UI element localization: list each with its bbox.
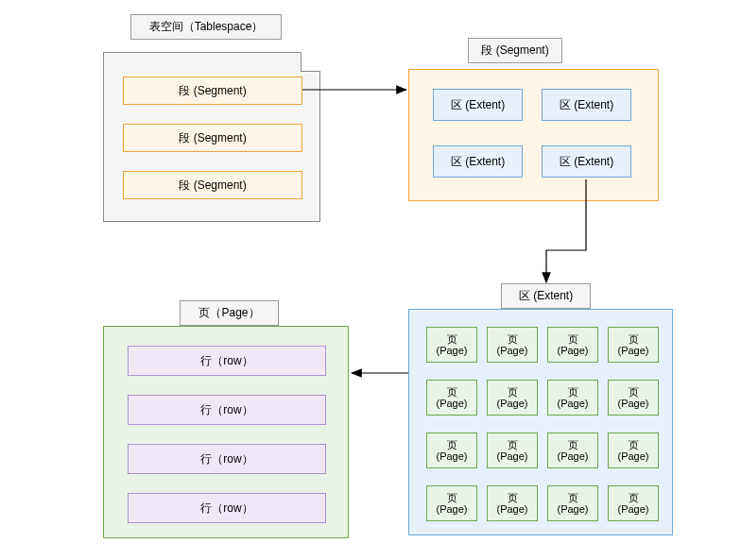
page-container: 行（row） 行（row） 行（row） 行（row） xyxy=(103,326,349,538)
page-item: 页(Page) xyxy=(426,485,477,521)
tablespace-title: 表空间（Tablespace） xyxy=(130,14,282,40)
page-label-top: 页 xyxy=(508,439,518,450)
extent-title: 区 (Extent) xyxy=(501,283,591,309)
page-label-bottom: (Page) xyxy=(496,398,527,409)
page-item: 页(Page) xyxy=(487,327,538,363)
page-label-bottom: (Page) xyxy=(617,450,648,462)
page-item: 页(Page) xyxy=(608,327,659,363)
page-label-bottom: (Page) xyxy=(557,398,588,409)
page-item: 页(Page) xyxy=(608,380,659,416)
extent-item: 区 (Extent) xyxy=(542,145,631,178)
page-label-bottom: (Page) xyxy=(436,345,467,356)
page-label-bottom: (Page) xyxy=(436,398,467,409)
segment-title: 段 (Segment) xyxy=(468,38,562,63)
page-label-top: 页 xyxy=(447,333,457,345)
page-label-bottom: (Page) xyxy=(557,503,588,515)
row-item: 行（row） xyxy=(128,395,326,425)
page-label-top: 页 xyxy=(447,492,457,503)
segment-container: 区 (Extent) 区 (Extent) 区 (Extent) 区 (Exte… xyxy=(408,69,659,201)
page-label-top: 页 xyxy=(629,386,639,398)
page-label-top: 页 xyxy=(568,386,578,398)
page-label-bottom: (Page) xyxy=(557,345,588,356)
row-item: 行（row） xyxy=(128,346,326,376)
page-item: 页(Page) xyxy=(487,433,538,468)
page-label-top: 页 xyxy=(568,492,578,503)
page-label-bottom: (Page) xyxy=(617,398,648,409)
page-label-bottom: (Page) xyxy=(557,450,588,462)
page-label-bottom: (Page) xyxy=(617,345,648,356)
segment-item: 段 (Segment) xyxy=(123,76,302,105)
page-label-top: 页 xyxy=(568,333,578,345)
extent-item: 区 (Extent) xyxy=(542,89,631,121)
page-label-top: 页 xyxy=(629,492,639,503)
row-item: 行（row） xyxy=(128,493,326,523)
page-item: 页(Page) xyxy=(487,380,538,416)
page-label-top: 页 xyxy=(508,333,518,345)
extent-item: 区 (Extent) xyxy=(433,145,523,178)
page-label-top: 页 xyxy=(629,439,639,450)
page-label-bottom: (Page) xyxy=(496,450,527,462)
page-item: 页(Page) xyxy=(426,327,477,363)
page-item: 页(Page) xyxy=(547,327,598,363)
page-label-bottom: (Page) xyxy=(496,345,527,356)
page-item: 页(Page) xyxy=(487,485,538,521)
page-item: 页(Page) xyxy=(547,433,598,468)
page-label-bottom: (Page) xyxy=(496,503,527,515)
page-item: 页(Page) xyxy=(426,380,477,416)
segment-item: 段 (Segment) xyxy=(123,171,302,199)
row-item: 行（row） xyxy=(128,444,326,474)
page-label-top: 页 xyxy=(508,386,518,398)
page-label-top: 页 xyxy=(447,386,457,398)
page-item: 页(Page) xyxy=(608,433,659,468)
page-label-bottom: (Page) xyxy=(436,450,467,462)
page-title: 页（Page） xyxy=(180,300,279,326)
page-item: 页(Page) xyxy=(547,485,598,521)
page-label-bottom: (Page) xyxy=(436,503,467,515)
extent-item: 区 (Extent) xyxy=(433,89,523,121)
page-label-top: 页 xyxy=(447,439,457,450)
segment-item: 段 (Segment) xyxy=(123,124,302,152)
page-label-top: 页 xyxy=(629,333,639,345)
page-item: 页(Page) xyxy=(426,433,477,468)
page-label-top: 页 xyxy=(508,492,518,503)
page-label-bottom: (Page) xyxy=(617,503,648,515)
extent-container: 页(Page) 页(Page) 页(Page) 页(Page) 页(Page) … xyxy=(408,309,673,535)
page-item: 页(Page) xyxy=(608,485,659,521)
tablespace-container: 段 (Segment) 段 (Segment) 段 (Segment) xyxy=(103,52,320,222)
page-item: 页(Page) xyxy=(547,380,598,416)
page-label-top: 页 xyxy=(568,439,578,450)
